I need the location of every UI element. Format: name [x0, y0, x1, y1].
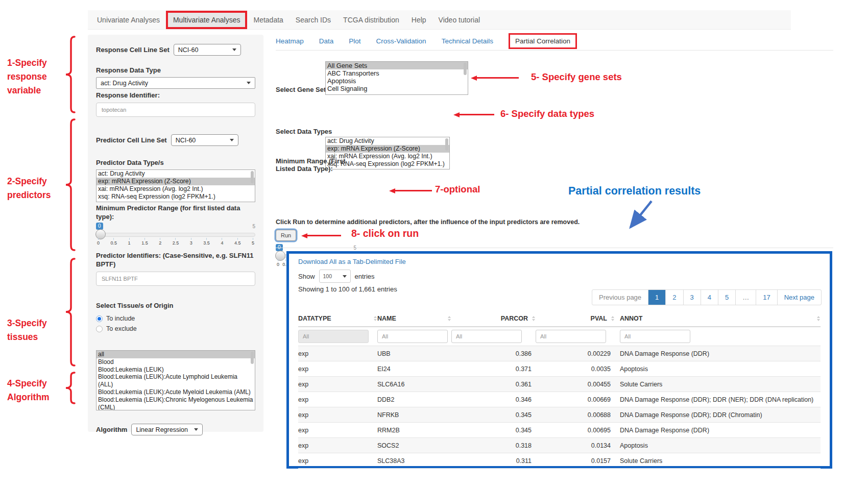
page-4[interactable]: 4 [701, 290, 718, 305]
cell-pval: 0.0157 [536, 457, 615, 465]
table-row: expRRM2B0.3450.00695DNA Damage Response … [298, 422, 821, 437]
filter-cell: All [536, 330, 615, 343]
listbox-option-apoptosis[interactable]: Apoptosis [326, 77, 468, 85]
sort-icon [373, 316, 377, 321]
tab-technical-details[interactable]: Technical Details [442, 37, 493, 45]
tissue-radio-to-include[interactable]: To include [96, 313, 255, 324]
cell-annot: DNA Damage Response (DDR) [615, 427, 821, 434]
listbox-option-all-gene-sets[interactable]: All Gene Sets [326, 62, 468, 69]
column-header-datatype[interactable]: DATATYPE [298, 315, 377, 322]
listbox-option-blood-leukemia-leuk-chronic-myelogenous-leukemia-cml[interactable]: Blood:Leukemia (LEUK):Chronic Myelogenou… [97, 396, 255, 410]
nav-item-search-ids[interactable]: Search IDs [290, 11, 337, 29]
cell-datatype: exp [298, 411, 377, 419]
cell-pval: 0.0134 [536, 442, 615, 449]
nav-item-tcga-distribution[interactable]: TCGA distribution [337, 11, 405, 29]
table-header-row: DATATYPENAMEPARCORPVALANNOT [298, 311, 821, 327]
filter-input-pval[interactable]: All [536, 330, 606, 343]
page-17[interactable]: 17 [756, 290, 777, 305]
table-body: expUBB0.3860.00229DNA Damage Response (D… [298, 346, 821, 469]
listbox-option-xai-mrna-expression-avg-log2-int[interactable]: xai: mRNA Expression (Avg. log2 Int.) [97, 185, 255, 193]
cell-annot: Solute Carriers [615, 457, 821, 465]
scrollbar-thumb[interactable] [464, 63, 467, 75]
listbox-option-abc-transporters[interactable]: ABC Transporters [326, 69, 468, 77]
annotation-step1: 1-Specify response variable [7, 56, 61, 97]
filter-input-datatype[interactable]: All [298, 330, 369, 343]
column-header-pval[interactable]: PVAL [536, 315, 615, 322]
tab-partial-correlation[interactable]: Partial Correlation [509, 33, 577, 49]
nav-item-univariate-analyses[interactable]: Univariate Analyses [91, 11, 166, 29]
slider-tick: 4.5 [234, 238, 241, 246]
page-3[interactable]: 3 [683, 290, 701, 305]
response-identifier-label: Response Identifier: [96, 91, 255, 100]
table-row: expSLC6A160.3610.00455Solute Carriers [298, 376, 821, 392]
listbox-option-exp-mrna-expression-z-score[interactable]: exp: mRNA Expression (Z-Score) [326, 145, 449, 153]
predictor-identifiers-input[interactable]: SLFN11 BPTF [96, 272, 255, 286]
response-data-type-select[interactable]: act: Drug Activity [96, 77, 255, 89]
cell-annot: Solute Carriers [615, 381, 821, 388]
predictor-cell-line-select[interactable]: NCI-60 [171, 134, 238, 146]
arrow-to-results [624, 200, 654, 233]
column-header-annot[interactable]: ANNOT [615, 315, 821, 322]
listbox-option-exp-mrna-expression-z-score[interactable]: exp: mRNA Expression (Z-Score) [97, 178, 255, 185]
tab-plot[interactable]: Plot [349, 37, 360, 45]
annotation-step7: 7-optional [435, 184, 480, 195]
column-header-name[interactable]: NAME [377, 315, 451, 322]
slider-tick: 1 [128, 238, 131, 246]
slider-tick: 0.5 [111, 238, 117, 246]
tissue-radio-to-exclude[interactable]: To exclude [96, 324, 255, 334]
slider-tick: 2 [159, 238, 161, 246]
show-entries-value: 100 [323, 273, 332, 279]
predictor-identifiers-label: Predictor Identifiers: (Case-Sensitive, … [96, 251, 255, 269]
nav-item-help[interactable]: Help [405, 11, 432, 29]
listbox-option-blood-leukemia-leuk-acute-lymphoid-leukemia-all[interactable]: Blood:Leukemia (LEUK):Acute Lymphoid Leu… [97, 373, 255, 388]
page-1[interactable]: 1 [648, 290, 665, 305]
cell-annot: DNA Damage Response (DDR); DDR (Chromati… [615, 411, 821, 419]
filter-cell: All [451, 330, 536, 343]
tab-data[interactable]: Data [319, 37, 334, 45]
cell-parcor: 0.311 [451, 457, 536, 465]
listbox-option-blood-leukemia-leuk-acute-myeloid-leukemia-aml[interactable]: Blood:Leukemia (LEUK):Acute Myeloid Leuk… [97, 388, 255, 396]
listbox-option-act-drug-activity[interactable]: act: Drug Activity [326, 137, 449, 145]
nav-item-metadata[interactable]: Metadata [247, 11, 289, 29]
bracket-step3 [64, 258, 77, 367]
listbox-option-xsq-rna-seq-expression-log2-fpkm-1[interactable]: xsq: RNA-seq Expression (log2 FPKM+1.) [97, 193, 255, 201]
filter-cell: All [615, 330, 821, 343]
scrollbar-thumb[interactable] [251, 352, 254, 364]
scrollbar-thumb[interactable] [445, 138, 448, 151]
page-5[interactable]: 5 [718, 290, 735, 305]
nav-item-video-tutorial[interactable]: Video tutorial [432, 11, 486, 29]
listbox-option-blood-leukemia-leuk[interactable]: Blood:Leukemia (LEUK) [97, 366, 255, 374]
cell-parcor: 0.361 [451, 381, 536, 388]
pagination: Previous page12345…17Next page [592, 289, 822, 305]
filter-input-annot[interactable]: All [620, 330, 690, 343]
filter-input-name[interactable]: All [377, 330, 448, 343]
listbox-option-cell-signaling[interactable]: Cell Signaling [326, 85, 468, 92]
algorithm-select[interactable]: Linear Regression [131, 424, 203, 435]
response-identifier-input[interactable]: topotecan [96, 103, 255, 117]
page-ellipsis[interactable]: … [735, 290, 756, 305]
listbox-option-blood[interactable]: Blood [97, 358, 255, 366]
predictor-data-types-label: Predictor Data Type/s [96, 158, 255, 167]
radio-button[interactable] [96, 315, 103, 322]
column-header-parcor[interactable]: PARCOR [451, 315, 536, 322]
run-button[interactable]: Run [276, 230, 296, 241]
algorithm-value: Linear Regression [136, 426, 187, 433]
cell-name: DDB2 [377, 396, 451, 403]
cell-name: UBB [377, 350, 451, 357]
listbox-option-all[interactable]: all [97, 351, 255, 358]
response-cell-line-select[interactable]: NCI-60 [174, 44, 241, 56]
filter-input-parcor[interactable]: All [451, 330, 522, 343]
slider-tick: 3 [190, 238, 192, 246]
arrow-to-run [301, 233, 341, 238]
tab-cross-validation[interactable]: Cross-Validation [376, 37, 426, 45]
download-all-link[interactable]: Download All as a Tab-Delimited File [298, 258, 406, 265]
scrollbar-thumb[interactable] [251, 171, 254, 183]
page-previous-page[interactable]: Previous page [592, 290, 648, 305]
nav-item-multivariate-analyses[interactable]: Multivariate Analyses [166, 11, 248, 29]
page-next-page[interactable]: Next page [777, 290, 821, 305]
tab-heatmap[interactable]: Heatmap [276, 37, 304, 45]
page-2[interactable]: 2 [665, 290, 683, 305]
listbox-option-act-drug-activity[interactable]: act: Drug Activity [97, 170, 255, 178]
show-entries-select[interactable]: 100 [319, 270, 351, 283]
radio-button[interactable] [96, 326, 103, 332]
